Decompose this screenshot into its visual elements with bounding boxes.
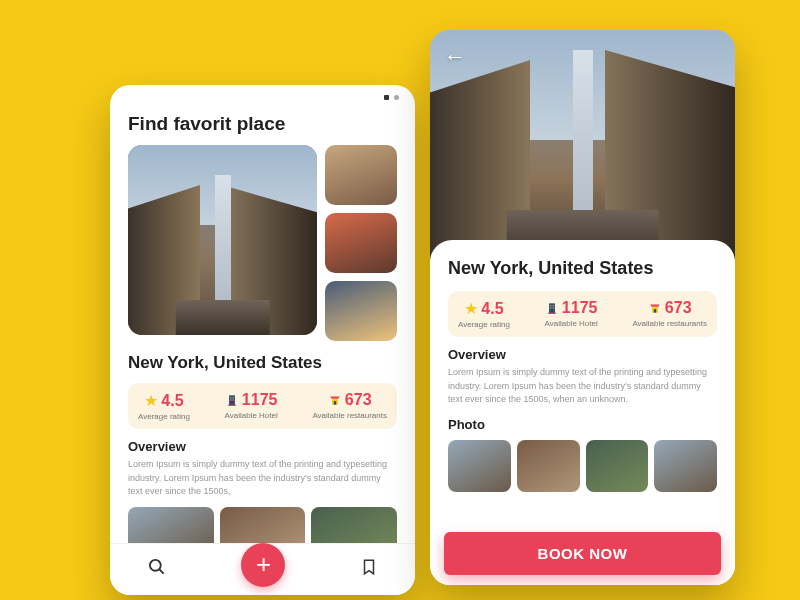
bookmark-icon[interactable] [360, 557, 378, 582]
svg-rect-13 [550, 307, 551, 308]
svg-rect-0 [229, 395, 235, 406]
overview-heading: Overview [128, 439, 397, 454]
svg-rect-12 [552, 305, 553, 306]
book-now-button[interactable]: BOOK NOW [444, 532, 721, 575]
back-arrow-icon[interactable]: ← [444, 44, 466, 70]
photo-thumb[interactable] [448, 440, 511, 492]
svg-rect-4 [232, 399, 233, 400]
status-dot [384, 95, 389, 100]
stat-restaurants: 673 Available restaurants [632, 299, 707, 329]
phone-list-screen: Find favorit place New York, United Stat… [110, 85, 415, 595]
search-icon[interactable] [147, 557, 167, 582]
food-stall-icon [648, 301, 662, 315]
status-dot [394, 95, 399, 100]
place-name: New York, United States [128, 353, 397, 373]
plus-icon: + [256, 549, 271, 580]
stat-hotels: 1175 Available Hotel [225, 391, 278, 421]
svg-rect-17 [654, 309, 656, 313]
svg-rect-15 [548, 313, 556, 314]
star-icon: ★ [464, 299, 478, 318]
status-indicator [384, 95, 399, 100]
svg-line-9 [160, 570, 164, 574]
stats-panel: ★4.5 Average rating 1175 Available Hotel… [448, 291, 717, 337]
stat-rating: ★4.5 Average rating [138, 391, 190, 421]
overview-text: Lorem Ipsum is simply dummy text of the … [128, 458, 397, 499]
svg-rect-11 [550, 305, 551, 306]
place-thumb[interactable] [325, 145, 397, 205]
stat-rating: ★4.5 Average rating [458, 299, 510, 329]
photo-thumb[interactable] [654, 440, 717, 492]
place-thumb[interactable] [325, 213, 397, 273]
detail-sheet: New York, United States ★4.5 Average rat… [430, 240, 735, 585]
photo-thumb[interactable] [586, 440, 649, 492]
photo-row [448, 440, 717, 492]
photo-thumb[interactable] [517, 440, 580, 492]
svg-rect-5 [228, 405, 236, 406]
star-icon: ★ [144, 391, 158, 410]
add-button[interactable]: + [241, 543, 285, 587]
svg-rect-1 [230, 397, 231, 398]
stat-hotels: 1175 Available Hotel [545, 299, 598, 329]
building-icon [545, 301, 559, 315]
page-title: Find favorit place [128, 113, 397, 135]
svg-rect-14 [552, 307, 553, 308]
place-thumb[interactable] [325, 281, 397, 341]
overview-text: Lorem Ipsum is simply dummy text of the … [448, 366, 717, 407]
svg-rect-10 [549, 303, 555, 314]
svg-point-8 [150, 560, 161, 571]
stat-restaurants: 673 Available restaurants [312, 391, 387, 421]
svg-rect-2 [232, 397, 233, 398]
svg-rect-7 [334, 401, 336, 405]
building-icon [225, 393, 239, 407]
hero-image: ← [430, 30, 735, 260]
bottom-nav: + [110, 543, 415, 595]
overview-heading: Overview [448, 347, 717, 362]
food-stall-icon [328, 393, 342, 407]
place-cards-row [128, 145, 397, 341]
stats-panel: ★4.5 Average rating 1175 Available Hotel… [128, 383, 397, 429]
photo-heading: Photo [448, 417, 717, 432]
featured-place-card[interactable] [128, 145, 317, 335]
svg-rect-3 [230, 399, 231, 400]
place-name: New York, United States [448, 258, 717, 279]
phone-detail-screen: ← New York, United States ★4.5 Average r… [430, 30, 735, 585]
